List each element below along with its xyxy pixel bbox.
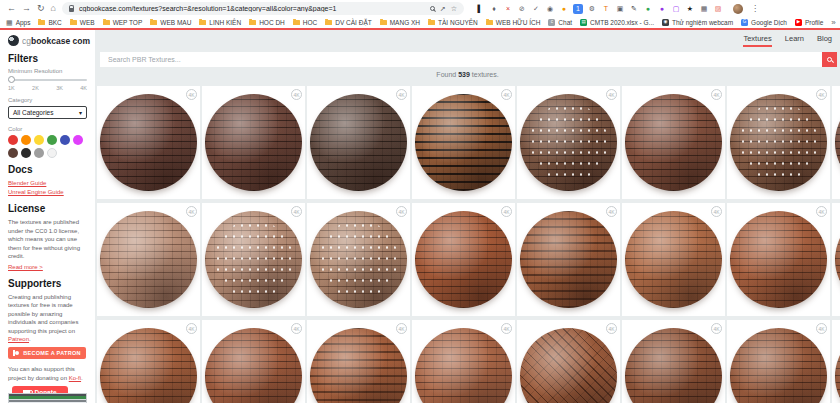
extension-icon[interactable]: ✓	[531, 4, 541, 14]
read-more-link[interactable]: Read more >	[8, 263, 87, 272]
texture-card[interactable]: 4K	[97, 320, 200, 403]
bookmark-item[interactable]: GGoogle Dịch	[741, 19, 787, 26]
slider-thumb[interactable]	[8, 76, 15, 83]
texture-card[interactable]: 4K	[412, 320, 515, 403]
texture-card[interactable]: 4K	[97, 203, 200, 316]
bookmark-item[interactable]: LINH KIÊN	[199, 19, 241, 26]
search-in-page-icon[interactable]	[430, 6, 435, 11]
color-label: Color	[8, 126, 87, 132]
forward-button[interactable]: →	[22, 4, 31, 13]
bookmark-item[interactable]: HOC DH	[249, 19, 285, 26]
texture-card[interactable]: 4K	[517, 320, 620, 403]
color-swatch-magenta[interactable]	[73, 135, 83, 145]
texture-sphere-preview	[730, 328, 827, 403]
texture-card[interactable]: 4K	[517, 86, 620, 199]
bookmark-item[interactable]: MANG XH	[380, 19, 420, 26]
doc-link-unreal-engine-guide[interactable]: Unreal Engine Guide	[8, 188, 87, 197]
resolution-badge: 4K	[291, 206, 302, 217]
nav-item-blog[interactable]: Blog	[817, 34, 832, 47]
bookmark-item[interactable]: DV CÀI ĐẶT	[325, 19, 371, 26]
texture-card[interactable]: 4K	[307, 320, 410, 403]
affiliate-banner[interactable]	[8, 393, 87, 403]
texture-card[interactable]: 4K	[832, 86, 840, 199]
texture-card[interactable]: 4K	[412, 86, 515, 199]
extension-icon[interactable]: ●	[657, 4, 667, 14]
texture-card[interactable]: 4K	[412, 203, 515, 316]
extension-icon[interactable]: T	[601, 4, 611, 14]
bookmark-item[interactable]: cChat	[548, 19, 572, 26]
become-patron-button[interactable]: BECOME A PATRON	[8, 347, 86, 359]
color-swatch-yellow[interactable]	[34, 135, 44, 145]
home-button[interactable]: ⌂	[51, 4, 56, 13]
extension-icon[interactable]: ×	[503, 4, 513, 14]
back-button[interactable]: ←	[7, 4, 16, 13]
patreon-link[interactable]: Patreon	[8, 336, 29, 342]
extension-icon[interactable]: ✎	[629, 4, 639, 14]
min-resolution-slider[interactable]	[8, 79, 87, 81]
texture-card[interactable]: 4K	[727, 86, 830, 199]
bookmark-item[interactable]: TÀI NGUYÊN	[428, 19, 478, 26]
extension-icon[interactable]: ▣	[615, 4, 625, 14]
color-swatch-brown[interactable]	[8, 148, 18, 158]
bookmark-item[interactable]: HOC	[293, 19, 317, 26]
doc-link-blender-guide[interactable]: Blender Guide	[8, 179, 87, 188]
bookmark-item[interactable]: WEB HỮU ÍCH	[486, 19, 541, 26]
extension-icon[interactable]: ●	[559, 4, 569, 14]
category-select[interactable]: All Categories ▾	[8, 106, 87, 119]
texture-card[interactable]: 4K	[307, 86, 410, 199]
bookmark-item[interactable]: ▦Apps	[6, 19, 30, 26]
texture-card[interactable]: 4K	[622, 86, 725, 199]
bookmark-item[interactable]: WEP TOP	[103, 19, 143, 26]
bookmark-item[interactable]: BKC	[38, 19, 61, 26]
extension-icon[interactable]: ◉	[545, 4, 555, 14]
bookmark-star-icon[interactable]: ☆	[451, 5, 457, 12]
extension-icon[interactable]: ★	[685, 4, 695, 14]
search-button[interactable]	[822, 52, 837, 67]
texture-card[interactable]: 4K	[202, 86, 305, 199]
kofi-link[interactable]: Ko-fi	[69, 375, 81, 381]
texture-card[interactable]: 4K	[727, 203, 830, 316]
extension-icon[interactable]: ▌	[475, 4, 485, 14]
bookmark-item[interactable]: ◉Thử nghiệm webcam	[662, 19, 733, 26]
color-swatch-red[interactable]	[8, 135, 18, 145]
url-bar[interactable]: cgbookcase.com/textures?search=&resoluti…	[62, 2, 464, 15]
extension-icon[interactable]: ⊘	[517, 4, 527, 14]
extension-icon[interactable]: ●	[643, 4, 653, 14]
texture-card[interactable]: 4K	[202, 203, 305, 316]
color-swatch-orange[interactable]	[21, 135, 31, 145]
bookmarks-overflow-chevron[interactable]: »	[831, 18, 835, 27]
texture-card[interactable]: 4K	[832, 203, 840, 316]
texture-card[interactable]: 4K	[307, 203, 410, 316]
color-swatch-green[interactable]	[47, 135, 57, 145]
color-swatch-white[interactable]	[47, 148, 57, 158]
bookmark-item[interactable]: WEB MAU	[150, 19, 191, 26]
texture-card[interactable]: 4K	[832, 320, 840, 403]
site-logo[interactable]: cgbookcase com	[8, 35, 87, 46]
texture-card[interactable]: 4K	[517, 203, 620, 316]
extension-icon[interactable]: ▦	[699, 4, 709, 14]
texture-card[interactable]: 4K	[97, 86, 200, 199]
bookmark-item[interactable]: ▶Profile	[795, 19, 823, 26]
nav-item-textures[interactable]: Textures	[743, 34, 771, 47]
extension-icon[interactable]: ⚙	[587, 4, 597, 14]
texture-card[interactable]: 4K	[727, 320, 830, 403]
extension-icon[interactable]: 1	[573, 4, 583, 14]
extension-icon[interactable]: ▨	[713, 4, 723, 14]
menu-kebab-icon[interactable]: ⋮	[751, 4, 759, 13]
texture-card[interactable]: 4K	[622, 203, 725, 316]
search-input[interactable]	[100, 56, 822, 63]
color-swatch-blue[interactable]	[60, 135, 70, 145]
folder-icon	[199, 20, 206, 25]
extension-icon[interactable]: ♦	[489, 4, 499, 14]
reload-button[interactable]: ↻	[37, 4, 45, 13]
share-icon[interactable]: ↗	[440, 5, 446, 12]
texture-card[interactable]: 4K	[622, 320, 725, 403]
bookmark-item[interactable]: ▤CMTB 2020.xlsx - G...	[580, 19, 654, 26]
profile-avatar[interactable]	[733, 4, 743, 14]
color-swatch-black[interactable]	[21, 148, 31, 158]
color-swatch-gray[interactable]	[34, 148, 44, 158]
nav-item-learn[interactable]: Learn	[785, 34, 804, 47]
extension-icon[interactable]: ▢	[671, 4, 681, 14]
texture-card[interactable]: 4K	[202, 320, 305, 403]
bookmark-item[interactable]: WEB	[70, 19, 95, 26]
